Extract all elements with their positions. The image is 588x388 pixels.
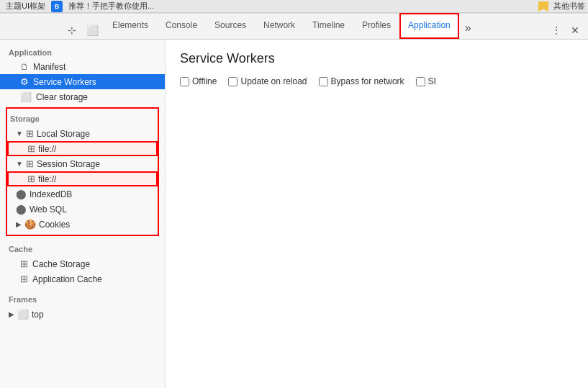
browser-bar: 主题UI框架 B 推荐！手把手教你使用... 其他书签 — [0, 0, 588, 13]
main-content: Application 🗋 Manifest Service Workers ⬜… — [0, 40, 588, 388]
sidebar-item-cache-storage[interactable]: ⊞ Cache Storage — [0, 256, 165, 271]
option-si[interactable]: SI — [416, 76, 436, 86]
session-storage-icon: ⊞ — [26, 158, 34, 169]
sidebar-item-session-storage-file[interactable]: ⊞ file:// — [7, 171, 158, 186]
sidebar-item-websql[interactable]: ⬤ Web SQL — [7, 202, 158, 217]
browser-logo: B — [51, 1, 63, 12]
tab-console[interactable]: Console — [157, 13, 206, 39]
sidebar-item-application-cache[interactable]: ⊞ Application Cache — [0, 271, 165, 287]
local-storage-icon: ⊞ — [26, 128, 34, 139]
offline-checkbox[interactable] — [180, 77, 189, 86]
bypass-checkbox[interactable] — [319, 77, 328, 86]
session-storage-expand-icon: ▼ — [16, 160, 23, 168]
cache-section-title: Cache — [0, 242, 165, 256]
sidebar-item-manifest[interactable]: 🗋 Manifest — [0, 60, 165, 74]
bookmarks-text: 其他书签 — [553, 1, 585, 10]
sidebar-item-local-storage-file[interactable]: ⊞ file:// — [7, 141, 158, 156]
sidebar-item-cookies[interactable]: ▶ 🍪 Cookies — [7, 217, 158, 232]
tab-timeline[interactable]: Timeline — [304, 13, 353, 39]
tab-sources[interactable]: Sources — [206, 13, 255, 39]
tab-profiles[interactable]: Profiles — [353, 13, 399, 39]
three-dots-button[interactable]: ⋮ — [548, 22, 565, 39]
devtools-tabs-bar: ⊹ ⬜ Elements Console Sources Network Tim… — [0, 14, 588, 40]
cursor-icon[interactable]: ⊹ — [63, 22, 81, 39]
tab-network[interactable]: Network — [255, 13, 304, 39]
browser-promo-text: 推荐！手把手教你使用... — [65, 1, 157, 12]
panel-options: Offline Update on reload Bypass for netw… — [180, 76, 574, 86]
indexeddb-icon: ⬤ — [16, 189, 27, 199]
tab-elements[interactable]: Elements — [104, 13, 157, 39]
sidebar-item-indexeddb[interactable]: ⬤ IndexedDB — [7, 186, 158, 202]
frames-section-title: Frames — [0, 292, 165, 307]
application-cache-icon: ⊞ — [20, 274, 28, 284]
manifest-icon: 🗋 — [20, 62, 29, 72]
tab-icon-buttons: ⊹ ⬜ — [60, 22, 104, 39]
browser-bar-text: 主题UI框架 — [3, 1, 48, 12]
top-frame-icon: ⬜ — [17, 309, 29, 320]
option-update-on-reload[interactable]: Update on reload — [228, 76, 307, 86]
frames-section: Frames ▶ ⬜ top — [0, 289, 165, 325]
storage-section: Storage ▼ ⊞ Local Storage ⊞ file:// ▼ ⊞ … — [6, 107, 159, 236]
panel-title: Service Workers — [180, 51, 574, 66]
tab-application[interactable]: Application — [399, 13, 459, 39]
cookies-expand-icon: ▶ — [16, 220, 22, 228]
local-storage-file-icon: ⊞ — [27, 143, 35, 154]
sidebar: Application 🗋 Manifest Service Workers ⬜… — [0, 40, 166, 388]
option-offline[interactable]: Offline — [180, 76, 217, 86]
session-storage-file-icon: ⊞ — [27, 173, 35, 184]
tabs-actions: ⋮ ✕ — [548, 22, 588, 39]
right-panel: Service Workers Offline Update on reload… — [166, 40, 588, 388]
sidebar-item-service-workers[interactable]: Service Workers — [0, 74, 165, 89]
tabs-more-button[interactable]: » — [459, 17, 477, 39]
cookies-icon: 🍪 — [24, 219, 36, 230]
gear-icon — [20, 76, 29, 87]
application-section-title: Application — [0, 45, 165, 60]
top-expand-icon: ▶ — [9, 310, 14, 318]
update-on-reload-checkbox[interactable] — [228, 77, 238, 86]
close-devtools-button[interactable]: ✕ — [568, 23, 582, 37]
local-storage-expand-icon: ▼ — [16, 130, 23, 137]
clear-storage-icon: ⬜ — [20, 91, 32, 102]
storage-section-title: Storage — [7, 112, 158, 126]
websql-icon: ⬤ — [16, 204, 27, 215]
sidebar-item-session-storage[interactable]: ▼ ⊞ Session Storage — [7, 156, 158, 171]
sidebar-item-local-storage[interactable]: ▼ ⊞ Local Storage — [7, 126, 158, 141]
cache-storage-icon: ⊞ — [20, 258, 28, 269]
si-checkbox[interactable] — [416, 77, 425, 86]
sidebar-section-application: Application 🗋 Manifest Service Workers ⬜… — [0, 45, 165, 104]
sidebar-item-clear-storage[interactable]: ⬜ Clear storage — [0, 89, 165, 104]
devtools-container: ⊹ ⬜ Elements Console Sources Network Tim… — [0, 13, 588, 388]
option-bypass-for-network[interactable]: Bypass for network — [319, 76, 404, 86]
cache-section: Cache ⊞ Cache Storage ⊞ Application Cach… — [0, 239, 165, 289]
bookmark-icon — [538, 1, 548, 12]
mobile-icon[interactable]: ⬜ — [83, 22, 101, 39]
sidebar-item-top[interactable]: ▶ ⬜ top — [0, 307, 165, 322]
bookmarks-bar: 其他书签 — [538, 1, 585, 12]
